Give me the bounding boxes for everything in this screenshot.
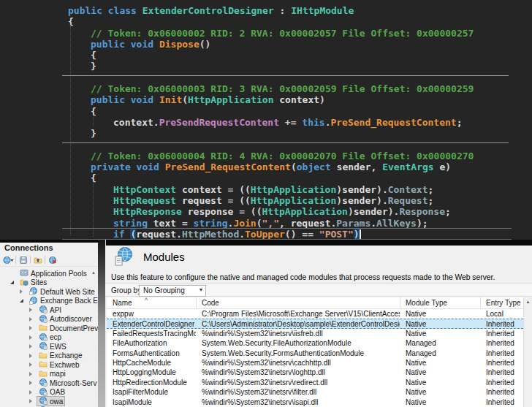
tree-item-exchange-back-end[interactable]: Exchange Back End <box>28 297 98 305</box>
module-row-httpcachemodule[interactable]: HttpCacheModule%windir%\System32\inetsrv… <box>107 358 523 368</box>
code-line[interactable]: // Token: 0x06000002 RID: 2 RVA: 0x00002… <box>68 28 532 39</box>
group-by-bar: Group by: No Grouping ▾ <box>105 284 532 297</box>
code-line[interactable]: private void PreSend_RequestContent(obje… <box>68 161 532 172</box>
module-cell-name: IsapiModule <box>107 398 196 406</box>
code-line[interactable]: // Token: 0x06000003 RID: 3 RVA: 0x00002… <box>68 83 532 94</box>
code-line[interactable]: public void Init(HttpApplication context… <box>68 94 532 105</box>
expand-icon[interactable] <box>29 317 32 322</box>
expand-icon[interactable] <box>29 308 32 312</box>
collapse-icon[interactable] <box>20 299 23 303</box>
tree-item-default-web-site[interactable]: Default Web Site <box>28 287 96 296</box>
code-line[interactable]: } <box>68 128 532 139</box>
column-separator[interactable] <box>400 297 400 308</box>
module-cell-code: System.Web.Security.FileAuthorizationMod… <box>196 339 400 347</box>
tree-item-oab[interactable]: OAB <box>37 388 66 397</box>
site-globe-icon <box>29 296 38 306</box>
code-line[interactable]: HttpContext context = ((HttpApplication)… <box>68 184 532 195</box>
tree-item-label: API <box>50 306 61 314</box>
module-row-exppw[interactable]: exppwC:\Program Files\Microsoft\Exchange… <box>107 309 523 319</box>
module-row-fileauthorization[interactable]: FileAuthorizationSystem.Web.Security.Fil… <box>107 338 523 348</box>
code-line-current[interactable]: if (request.HttpMethod.ToUpper() == "POS… <box>68 229 532 240</box>
expand-icon[interactable] <box>20 289 23 294</box>
module-row-failedrequeststracingmodule[interactable]: FailedRequestsTracingModule%windir%\Syst… <box>107 329 523 338</box>
column-separator[interactable] <box>480 297 481 308</box>
tree-row: owa <box>0 397 98 406</box>
expand-icon[interactable] <box>29 354 32 358</box>
code-line[interactable]: { <box>68 106 532 117</box>
column-header-name[interactable]: Name^ <box>107 299 202 307</box>
tree-item-microsoft-serv[interactable]: Microsoft-Serv <box>37 379 98 387</box>
tree-item-ecp[interactable]: ecp <box>37 333 63 342</box>
code-line[interactable]: { <box>68 16 532 27</box>
code-line[interactable]: } <box>68 61 532 72</box>
module-cell-module-type: Native <box>400 330 480 338</box>
tree-item-autodiscover[interactable]: Autodiscover <box>37 315 94 324</box>
delete-connection-button[interactable] <box>46 254 58 265</box>
modules-table-body: exppwC:\Program Files\Microsoft\Exchange… <box>107 309 523 407</box>
tree-item-label: owa <box>50 398 63 406</box>
module-row-httpredirectionmodule[interactable]: HttpRedirectionModule%windir%\System32\i… <box>107 378 523 387</box>
module-cell-entry-type: Local <box>480 310 523 318</box>
expand-icon[interactable] <box>29 399 32 403</box>
module-cell-name: exppw <box>107 310 196 318</box>
toolbar-separator <box>45 256 45 264</box>
tree-item-application-pools[interactable]: Application Pools <box>18 269 88 278</box>
column-header-entry-type[interactable]: Entry Type <box>480 299 529 307</box>
column-header-code[interactable]: Code <box>196 299 406 307</box>
create-connection-button[interactable] <box>2 254 15 265</box>
expand-icon[interactable] <box>29 326 32 330</box>
code-line[interactable]: public class ExtenderControlDesigner : I… <box>68 5 532 16</box>
module-row-formsauthentication[interactable]: FormsAuthenticationSystem.Web.Security.F… <box>107 349 523 358</box>
code-line[interactable]: string text = string.Join(",", request.P… <box>68 218 532 229</box>
tree-item-exchweb[interactable]: Exchweb <box>37 360 81 369</box>
scroll-up-icon[interactable]: ▲ <box>526 300 531 304</box>
tree-scrollbar-up-icon[interactable]: ▲ <box>90 269 97 278</box>
code-line[interactable] <box>68 140 532 151</box>
tree-item-ews[interactable]: EWS <box>37 342 68 351</box>
module-row-httploggingmodule[interactable]: HttpLoggingModule%windir%\System32\inets… <box>107 368 523 377</box>
code-line[interactable]: context.PreSendRequestContent += this.Pr… <box>68 117 532 128</box>
column-separator[interactable] <box>196 297 197 308</box>
code-line[interactable]: HttpResponse response = ((HttpApplicatio… <box>68 206 532 217</box>
code-line[interactable]: // Token: 0x06000004 RID: 4 RVA: 0x00002… <box>68 151 532 161</box>
expand-icon[interactable] <box>29 362 32 367</box>
module-cell-module-type: Native <box>400 388 480 396</box>
tree-item-label: Sites <box>31 278 47 286</box>
code-line[interactable]: { <box>68 172 532 183</box>
module-cell-name: IsapiFilterModule <box>107 388 196 396</box>
group-by-dropdown[interactable]: No Grouping ▾ <box>139 285 206 297</box>
tree-item-owa[interactable]: owa <box>37 397 64 406</box>
tree-row: API <box>0 305 98 315</box>
modules-scrollbar[interactable]: ▲ <box>523 297 532 407</box>
module-cell-code: %windir%\System32\inetsrv\isapi.dll <box>196 398 400 406</box>
expand-icon[interactable] <box>29 390 32 395</box>
tree-item-sites[interactable]: Sites <box>18 278 48 287</box>
code-line[interactable]: public void Dispose() <box>68 39 532 50</box>
tree-item-documentprevi[interactable]: DocumentPrevi <box>37 324 98 332</box>
save-connections-button[interactable] <box>17 254 29 265</box>
decompiler-code-view[interactable]: public class ExtenderControlDesigner : I… <box>0 0 532 240</box>
modules-description: Use this feature to configure the native… <box>111 273 495 281</box>
text-caret <box>360 229 361 239</box>
tree-item-api[interactable]: API <box>37 305 63 314</box>
up-level-button[interactable] <box>31 254 44 265</box>
code-line[interactable]: { <box>68 50 532 61</box>
tree-item-label: ecp <box>50 333 61 341</box>
module-cell-entry-type: Inherited <box>480 320 523 328</box>
modules-feature-panel: Modules Use this feature to configure th… <box>105 246 532 407</box>
expand-icon[interactable] <box>29 335 32 340</box>
code-line[interactable] <box>68 72 532 83</box>
column-header-module-type[interactable]: Module Type <box>400 299 486 307</box>
connections-panel: Connections Application PoolsSitesDefaul… <box>0 243 98 407</box>
module-row-isapimodule[interactable]: IsapiModule%windir%\System32\inetsrv\isa… <box>107 398 523 407</box>
expand-icon[interactable] <box>29 381 32 385</box>
code-line[interactable]: HttpRequest request = ((HttpApplication)… <box>68 195 532 206</box>
module-row-extendercontroldesigner[interactable]: ExtenderControlDesignerC:\Users\Administ… <box>107 319 523 328</box>
expand-icon[interactable] <box>29 344 32 349</box>
module-row-isapifiltermodule[interactable]: IsapiFilterModule%windir%\System32\inets… <box>107 387 523 397</box>
collapse-icon[interactable] <box>10 281 14 284</box>
tree-item-mapi[interactable]: mapi <box>37 370 67 379</box>
module-cell-entry-type: Inherited <box>480 330 523 338</box>
expand-icon[interactable] <box>29 372 32 376</box>
tree-item-exchange[interactable]: Exchange <box>37 351 83 360</box>
